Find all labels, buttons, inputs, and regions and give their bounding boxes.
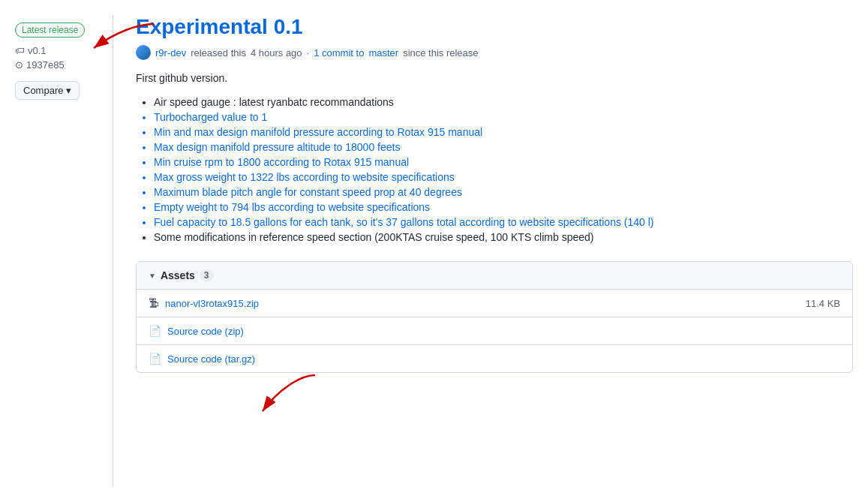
asset-row: 📄Source code (zip) — [137, 317, 852, 345]
meta-dot: · — [307, 47, 310, 59]
assets-list: 🗜nanor-vl3rotax915.zip11.4 KB📄Source cod… — [137, 290, 852, 372]
source-code-icon: 📄 — [149, 325, 161, 337]
release-list: Air speed gauge : latest ryanbatc recomm… — [136, 96, 853, 243]
release-meta: r9r-dev released this 4 hours ago · 1 co… — [136, 45, 853, 60]
author-link[interactable]: r9r-dev — [155, 47, 186, 59]
assets-section: ▼ Assets 3 🗜nanor-vl3rotax915.zip11.4 KB… — [136, 261, 853, 373]
asset-size: 11.4 KB — [806, 298, 840, 309]
list-item: Empty weight to 794 lbs according to web… — [154, 201, 853, 213]
assets-label: Assets — [161, 269, 195, 281]
release-description: First github version. — [136, 72, 853, 84]
list-item: Turbocharged value to 1 — [154, 111, 853, 123]
collapse-icon: ▼ — [149, 272, 156, 280]
commit-icon: ⊙ — [15, 59, 23, 71]
tag-icon: 🏷 — [15, 45, 25, 56]
list-item: Maximum blade pitch angle for constant s… — [154, 186, 853, 198]
zip-file-icon: 🗜 — [149, 297, 159, 309]
commit-count-link[interactable]: 1 commit to — [314, 47, 364, 59]
main-content: Experimental 0.1 r9r-dev released this 4… — [113, 15, 853, 487]
assets-header[interactable]: ▼ Assets 3 — [137, 262, 852, 290]
assets-count-badge: 3 — [200, 269, 214, 281]
list-item: Min and max design manifold pressure acc… — [154, 126, 853, 138]
asset-row: 📄Source code (tar.gz) — [137, 345, 852, 372]
asset-link[interactable]: Source code (zip) — [167, 326, 244, 337]
branch-link[interactable]: master — [368, 47, 398, 59]
meta-time: 4 hours ago — [251, 47, 302, 59]
list-item: Some modifications in reference speed se… — [154, 231, 853, 243]
release-title: Experimental 0.1 — [136, 15, 853, 39]
avatar — [136, 45, 151, 60]
meta-released-text: released this — [191, 47, 246, 59]
asset-row: 🗜nanor-vl3rotax915.zip11.4 KB — [137, 290, 852, 317]
commit-label: 1937e85 — [26, 59, 65, 71]
latest-release-badge[interactable]: Latest release — [15, 23, 85, 38]
asset-link[interactable]: Source code (tar.gz) — [167, 353, 255, 365]
source-code-icon: 📄 — [149, 353, 161, 365]
sidebar: Latest release 🏷 v0.1 ⊙ 1937e85 Compare … — [15, 15, 105, 487]
list-item: Fuel capacity to 18.5 gallons for each t… — [154, 216, 853, 228]
meta-since-text: since this release — [403, 47, 478, 59]
commit-ref: ⊙ 1937e85 — [15, 59, 105, 71]
list-item: Min cruise rpm to 1800 according to Rota… — [154, 156, 853, 168]
list-item: Air speed gauge : latest ryanbatc recomm… — [154, 96, 853, 108]
tag-label: v0.1 — [28, 45, 47, 56]
list-item: Max design manifold pressure altitude to… — [154, 141, 853, 153]
compare-button[interactable]: Compare ▾ — [15, 81, 80, 100]
chevron-down-icon: ▾ — [66, 85, 71, 96]
list-item: Max gross weight to 1322 lbs according t… — [154, 171, 853, 183]
tag-ref: 🏷 v0.1 — [15, 45, 105, 56]
asset-link[interactable]: nanor-vl3rotax915.zip — [165, 298, 259, 309]
